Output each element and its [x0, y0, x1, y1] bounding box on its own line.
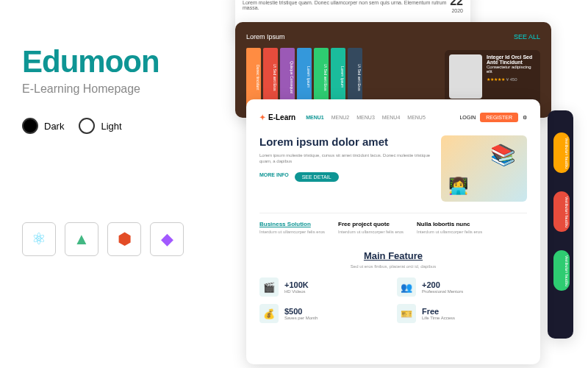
feature-icon: 👥	[397, 277, 416, 297]
nav-menu: MENU1MENU2MENU3MENU4MENU5	[306, 115, 426, 120]
more-info-link[interactable]: MORE INFO	[259, 172, 289, 182]
category-pill[interactable]: Vestibulum faucibu	[553, 250, 570, 291]
feature-icon: 🎫	[397, 304, 416, 323]
homepage-preview: ✦E-Learn MENU1MENU2MENU3MENU4MENU5 LOGIN…	[246, 99, 540, 364]
brand-title: Edumoon	[22, 44, 213, 79]
book-spine[interactable]: Quisque Consequat	[280, 48, 295, 107]
feature-col: Business SolutionInterdum ut ullamcorper…	[259, 221, 325, 234]
theme-selector: Dark Light	[22, 118, 213, 134]
category-pill[interactable]: Vestibulum faucibu	[553, 132, 570, 173]
feature-icon: 🎬	[259, 277, 279, 297]
tech-badge: ⚛	[22, 222, 56, 256]
swatch-light-icon	[79, 118, 95, 134]
swatch-dark-icon	[22, 118, 38, 134]
hero-title: Lorem ipsum dolor amet	[259, 135, 430, 148]
logo-icon: ✦	[259, 113, 265, 121]
login-link[interactable]: LOGIN	[459, 115, 476, 120]
nav-bar: ✦E-Learn MENU1MENU2MENU3MENU4MENU5 LOGIN…	[259, 113, 527, 122]
feature-stat: 👥+200Professional Mentors	[397, 277, 527, 297]
book-thumb-icon	[449, 54, 482, 99]
gear-icon[interactable]: ⚙	[523, 115, 527, 121]
feature-stat: 🎬+100KHD Videos	[259, 277, 390, 297]
main-feature-title: Main Feature	[259, 250, 527, 261]
register-button[interactable]: REGISTER	[480, 113, 518, 122]
category-pill[interactable]: Vestibulum faucibu	[553, 191, 570, 232]
tech-badges: ⚛▲⬢◆	[22, 222, 213, 256]
nav-item[interactable]: MENU4	[382, 115, 401, 120]
feature-col: Free project quoteInterdum ut ullamcorpe…	[338, 221, 404, 234]
book-spine[interactable]: Ut Sed anti Eros	[348, 48, 362, 107]
see-detail-button[interactable]: SEE DETAIL	[295, 172, 339, 182]
nav-item[interactable]: MENU1	[306, 115, 324, 120]
library-title: Lorem Ipsum	[246, 33, 285, 40]
feature-grid: 🎬+100KHD Videos👥+200Professional Mentors…	[259, 277, 527, 323]
hero-body: Lorem ipsum molestie tristique, cursus s…	[259, 152, 430, 165]
feature-stat: 💰$500Saves per Month	[259, 304, 390, 323]
brand-subtitle: E-Learning Homepage	[22, 82, 213, 96]
feature-col: Nulla lobortis nuncInterdum ut ullamcorp…	[417, 221, 482, 234]
book-spine[interactable]: Ut Sed anti Eros	[263, 48, 278, 107]
tech-badge: ◆	[150, 222, 184, 256]
book-spine[interactable]: Lorem Ipsum	[331, 48, 345, 107]
theme-light[interactable]: Light	[79, 118, 121, 134]
see-all-link[interactable]: SEE ALL	[514, 33, 540, 40]
main-feature-sub: Sed ut eros finibus, placerat orci id, d…	[259, 264, 527, 269]
tech-badge: ▲	[65, 222, 98, 256]
book-spine[interactable]: Ut Sed anti Eros	[314, 48, 329, 107]
hero-illustration	[441, 135, 527, 202]
logo[interactable]: ✦E-Learn	[259, 113, 295, 121]
nav-item[interactable]: MENU5	[407, 115, 426, 120]
nav-item[interactable]: MENU2	[331, 115, 350, 120]
theme-dark[interactable]: Dark	[22, 118, 64, 134]
book-spine[interactable]: Lorem Ipsum	[297, 48, 312, 107]
feature-icon: 💰	[259, 304, 279, 323]
feature-columns: Business SolutionInterdum ut ullamcorper…	[259, 213, 527, 241]
feature-stat: 🎫FreeLife Time Access	[397, 304, 527, 323]
book-spine[interactable]: Donec tincidunt	[246, 48, 261, 107]
event-text: Lorem molestie tristique quam. Donec ull…	[243, 0, 463, 10]
tech-badge: ⬢	[107, 222, 141, 256]
nav-item[interactable]: MENU3	[356, 115, 375, 120]
event-date: DEC 22 2020	[450, 0, 463, 13]
